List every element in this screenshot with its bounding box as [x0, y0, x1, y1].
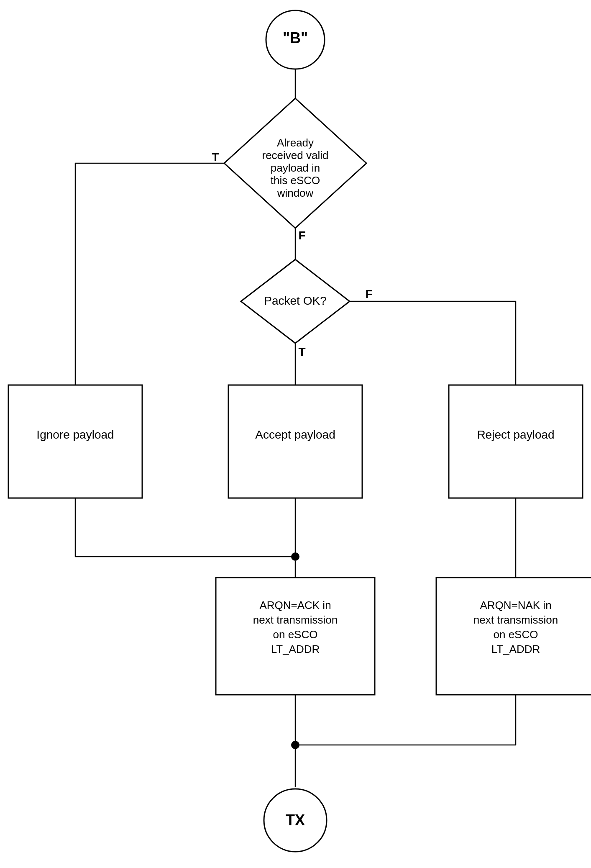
svg-text:Ignore payload: Ignore payload: [36, 428, 114, 441]
svg-rect-22: [228, 385, 362, 498]
svg-text:this eSCO: this eSCO: [271, 174, 320, 187]
svg-text:on eSCO: on eSCO: [273, 628, 318, 641]
svg-text:LT_ADDR: LT_ADDR: [491, 643, 540, 655]
svg-text:TX: TX: [286, 812, 305, 829]
svg-text:ARQN=ACK in: ARQN=ACK in: [259, 599, 331, 611]
svg-text:LT_ADDR: LT_ADDR: [271, 643, 320, 655]
svg-text:on eSCO: on eSCO: [494, 628, 538, 641]
svg-text:Reject payload: Reject payload: [477, 428, 554, 441]
svg-text:Accept payload: Accept payload: [255, 428, 335, 441]
svg-text:F: F: [298, 229, 305, 242]
svg-text:T: T: [212, 151, 219, 164]
svg-text:next transmission: next transmission: [253, 614, 338, 626]
svg-point-31: [291, 552, 299, 561]
svg-text:Packet OK?: Packet OK?: [264, 294, 326, 307]
svg-text:F: F: [365, 288, 372, 300]
svg-text:T: T: [298, 345, 305, 358]
svg-rect-26: [449, 385, 583, 498]
svg-rect-20: [8, 385, 142, 498]
svg-text:next transmission: next transmission: [473, 614, 558, 626]
svg-text:Already: Already: [277, 136, 314, 149]
svg-text:received valid: received valid: [262, 149, 329, 162]
svg-text:ARQN=NAK in: ARQN=NAK in: [480, 599, 551, 611]
svg-text:window: window: [277, 187, 314, 199]
svg-text:"B": "B": [283, 29, 308, 46]
svg-text:payload in: payload in: [271, 162, 320, 174]
flowchart: "B" Already received valid payload in th…: [0, 0, 591, 868]
